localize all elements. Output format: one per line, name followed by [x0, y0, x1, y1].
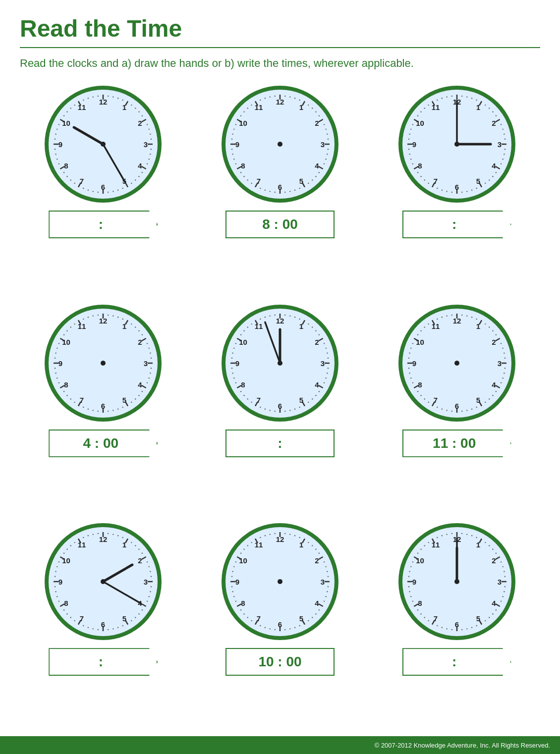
svg-point-542 — [312, 545, 313, 546]
clock-grid: 121234567891011:1212345678910118 : 00121… — [20, 85, 540, 726]
svg-point-282 — [63, 334, 64, 335]
svg-point-607 — [278, 579, 282, 584]
svg-point-325 — [324, 382, 325, 383]
time-box-9[interactable]: : — [402, 648, 511, 676]
svg-point-156 — [466, 96, 467, 97]
svg-point-36 — [83, 188, 84, 189]
svg-point-50 — [56, 129, 57, 130]
svg-point-107 — [289, 191, 290, 192]
clock-3: 121234567891011 — [397, 85, 516, 204]
svg-point-181 — [471, 190, 472, 191]
svg-text:2: 2 — [492, 556, 496, 565]
svg-point-654 — [408, 586, 409, 587]
svg-point-177 — [489, 179, 490, 180]
svg-point-617 — [489, 545, 490, 546]
svg-text:2: 2 — [315, 119, 319, 127]
svg-text:11: 11 — [78, 540, 86, 549]
svg-point-233 — [112, 315, 113, 316]
svg-point-165 — [501, 124, 502, 125]
svg-point-668 — [446, 534, 447, 535]
svg-point-404 — [495, 391, 496, 392]
clock-cell-9: 121234567891011: — [373, 522, 540, 726]
svg-point-564 — [284, 629, 285, 630]
svg-point-3 — [108, 96, 109, 97]
svg-point-51 — [58, 124, 59, 125]
svg-point-396 — [504, 352, 504, 353]
svg-point-462 — [122, 537, 123, 538]
svg-text:2: 2 — [315, 337, 319, 346]
svg-point-399 — [504, 368, 505, 369]
svg-point-387 — [476, 318, 477, 319]
svg-point-315 — [319, 334, 320, 335]
time-box-1[interactable]: : — [49, 211, 158, 238]
svg-point-106 — [294, 190, 295, 191]
svg-point-161 — [489, 108, 490, 108]
svg-text:1: 1 — [122, 103, 126, 111]
svg-point-515 — [88, 535, 89, 536]
svg-text:11: 11 — [78, 103, 86, 111]
svg-point-252 — [142, 391, 143, 392]
svg-point-259 — [112, 410, 113, 411]
svg-point-593 — [270, 534, 271, 535]
svg-point-100 — [319, 172, 320, 173]
svg-text:3: 3 — [144, 140, 148, 149]
svg-point-178 — [485, 183, 486, 184]
svg-text:9: 9 — [412, 359, 416, 367]
svg-point-455 — [454, 361, 459, 366]
svg-point-562 — [294, 627, 295, 628]
clock-cell-6: 12123456789101111 : 00 — [373, 304, 540, 508]
svg-point-60 — [93, 96, 94, 97]
svg-text:11: 11 — [255, 103, 263, 111]
svg-point-116 — [247, 179, 248, 180]
svg-point-6 — [122, 100, 123, 101]
svg-point-352 — [231, 357, 232, 358]
svg-point-102 — [312, 179, 313, 180]
svg-point-442 — [451, 314, 452, 315]
svg-point-576 — [235, 601, 236, 602]
svg-point-412 — [461, 410, 462, 411]
svg-point-19 — [150, 154, 151, 155]
svg-point-343 — [247, 398, 248, 399]
svg-point-353 — [232, 352, 233, 353]
svg-point-90 — [324, 124, 325, 125]
svg-point-245 — [151, 357, 152, 358]
svg-point-588 — [247, 545, 248, 546]
svg-point-621 — [501, 561, 502, 562]
svg-point-509 — [63, 553, 64, 554]
svg-point-85 — [308, 105, 309, 106]
svg-point-158 — [476, 100, 477, 101]
svg-point-151 — [278, 142, 282, 147]
svg-point-167 — [504, 134, 504, 135]
svg-point-38 — [74, 183, 75, 184]
svg-point-41 — [63, 172, 64, 173]
svg-text:12: 12 — [452, 316, 461, 324]
svg-point-392 — [495, 334, 496, 335]
svg-text:3: 3 — [321, 140, 325, 149]
svg-point-362 — [260, 318, 261, 319]
time-box-5[interactable]: : — [225, 430, 335, 457]
svg-point-405 — [492, 395, 493, 396]
svg-point-96 — [327, 154, 328, 155]
svg-text:3: 3 — [321, 578, 325, 586]
svg-point-275 — [55, 368, 56, 369]
time-box-7[interactable]: : — [49, 648, 158, 676]
svg-text:9: 9 — [412, 578, 416, 586]
svg-point-258 — [117, 408, 118, 409]
svg-text:7: 7 — [257, 396, 261, 404]
svg-point-516 — [93, 534, 94, 535]
svg-text:8: 8 — [418, 599, 422, 607]
svg-point-332 — [299, 407, 300, 408]
svg-point-486 — [112, 628, 113, 629]
svg-text:1: 1 — [476, 103, 480, 111]
time-box-3[interactable]: : — [402, 211, 511, 238]
svg-point-15 — [150, 134, 151, 135]
svg-text:4: 4 — [138, 380, 143, 388]
svg-point-95 — [328, 149, 329, 150]
svg-point-614 — [476, 537, 477, 538]
svg-point-288 — [88, 317, 89, 318]
svg-text:8: 8 — [241, 599, 245, 607]
svg-point-360 — [251, 323, 252, 324]
svg-point-424 — [412, 382, 413, 383]
svg-point-394 — [501, 343, 502, 344]
svg-text:8: 8 — [418, 162, 422, 170]
